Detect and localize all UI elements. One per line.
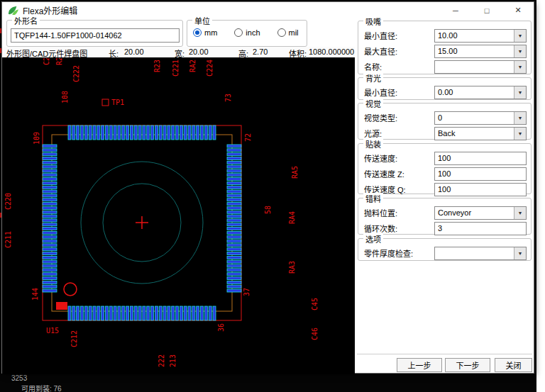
vision-group-label: 视觉 [363,98,383,109]
radio-label: mil [289,28,299,37]
window-controls: ─ □ ✕ [440,2,534,18]
combo-value [435,61,514,73]
field-label: 传送速度: [364,152,434,164]
dropdown-arrow-icon[interactable]: ▼ [514,45,526,57]
title-bar[interactable]: Flexa外形编辑 ─ □ ✕ [2,2,534,18]
dropdown-arrow-icon[interactable]: ▼ [514,61,526,73]
unit-radio-inch[interactable]: inch [234,28,260,37]
cad-ref-label: C212 [71,330,78,347]
cad-ref-label: 37 [243,288,251,296]
nozzle-group-label: 吸嘴 [363,16,383,27]
cad-ref-label: 58 [265,206,272,214]
field-row: 传送速度 Z: [358,167,531,181]
radio-label: inch [246,28,260,37]
dims-title: 外形图/CAD元件焊盘图 [6,47,87,59]
cad-ref-label: C220 [5,193,12,210]
field-label: 名称: [364,61,434,72]
options-group: 选项 零件厚度检查:▼ [358,238,532,261]
unit-group: 单位 mm inch mil [187,20,307,47]
combo-value [435,247,514,259]
field-row: 传送速度 Q: [358,182,531,196]
cad-ref-label: R227 [56,58,63,65]
dropdown-arrow-icon[interactable]: ▼ [514,30,526,42]
cad-ref-label: 73 [225,94,232,102]
combo-box[interactable]: Conveyor▼ [434,206,527,220]
field-label: 传送速度 Z: [364,168,434,179]
volume-value: 1080.000000 [309,47,354,56]
shape-name-group-label: 外形名 [12,15,40,26]
reject-group: 错料 抛料位置:Conveyor▼循环次数: [358,198,532,235]
radio-icon [193,28,202,37]
text-input[interactable] [434,167,527,181]
combo-value: 0.00 [435,86,514,99]
field-row: 循环次数: [358,221,531,235]
cad-ref-label: RA3 [289,261,296,274]
radio-label: mm [204,28,217,37]
cad-ref-label: 213 [170,354,177,367]
text-input[interactable] [434,183,527,196]
radio-icon [277,28,286,37]
prev-step-button[interactable]: 上一步 [397,358,442,372]
combo-box[interactable]: ▼ [434,247,527,260]
backlight-group: 背光 最小直径:0.00▼ [358,77,532,100]
field-label: 循环次数: [364,223,434,234]
dropdown-arrow-icon[interactable]: ▼ [514,247,526,259]
cad-ref-label: C224 [207,60,214,77]
unit-radio-mm[interactable]: mm [193,28,217,37]
cad-ref-label: RA2 [189,60,197,72]
dropdown-arrow-icon[interactable]: ▼ [514,86,526,99]
combo-box[interactable]: 0▼ [434,111,527,125]
unit-radio-mil[interactable]: mil [277,28,299,37]
cad-ref-label: 222 [158,354,165,367]
status-available: 可用到装: 76 [21,383,62,392]
text-input[interactable] [434,222,527,235]
cad-ref-label: C211 [5,231,12,248]
close-button[interactable]: ✕ [502,2,534,18]
field-row: 最小直径:0.00▼ [358,85,531,99]
field-label: 抛料位置: [364,207,434,218]
cad-ref-label: 72 [245,133,252,142]
cad-canvas[interactable]: C228R227C222R23C221RA2C224TP11081097372R… [2,58,355,374]
combo-box[interactable]: 0.00▼ [434,86,527,99]
cad-ref-label: C228 [43,58,50,65]
vision-group: 视觉 视觉类型:0▼光源:Back▼ [358,103,532,140]
dropdown-arrow-icon[interactable]: ▼ [514,112,526,124]
shape-name-input[interactable] [11,28,180,43]
field-row: 传送速度: [358,151,531,165]
length-label: 长: [109,47,119,59]
dropdown-arrow-icon[interactable]: ▼ [514,128,526,140]
minimize-button[interactable]: ─ [440,2,471,18]
height-label: 高: [238,47,248,59]
text-input[interactable] [434,152,527,165]
field-row: 视觉类型:0▼ [358,111,531,125]
next-step-button[interactable]: 下一步 [445,358,490,372]
unit-radio-row: mm inch mil [193,28,299,37]
field-label: 视觉类型: [364,112,434,123]
cad-ref-label: C45 [312,298,319,310]
cad-ref-label: U15 [46,327,59,335]
combo-box[interactable]: 10.00▼ [434,29,527,43]
options-group-label: 选项 [363,233,383,245]
dimensions-bar: 外形图/CAD元件焊盘图 长: 20.00 宽: 20.00 高: 2.70 体… [2,47,355,58]
cad-ref-label: RA4 [289,211,296,224]
reject-group-label: 错料 [363,193,383,204]
dropdown-arrow-icon[interactable]: ▼ [514,207,526,219]
combo-box[interactable]: ▼ [434,60,527,74]
cad-ref-label: R23 [154,60,161,72]
maximize-button[interactable]: □ [471,2,502,18]
cad-ref-label: C46 [312,327,319,340]
combo-value: Back [435,128,514,140]
field-row: 抛料位置:Conveyor▼ [358,206,531,220]
combo-value: 0 [435,112,514,124]
combo-value: 15.00 [435,45,514,57]
unit-group-label: 单位 [192,15,212,26]
dialog-flexa-shape-edit: Flexa外形编辑 ─ □ ✕ 外形名 单位 mm inch mil [1,1,534,374]
combo-box[interactable]: 15.00▼ [434,45,527,58]
height-value: 2.70 [253,47,268,56]
mount-group-label: 贴装 [363,138,383,150]
cad-ref-label: 36 [218,323,225,332]
volume-label: 体积: [289,47,307,59]
cad-ref-label: C222 [73,65,80,82]
close-dialog-button[interactable]: 关闭 [495,358,532,372]
combo-box[interactable]: Back▼ [434,127,527,140]
